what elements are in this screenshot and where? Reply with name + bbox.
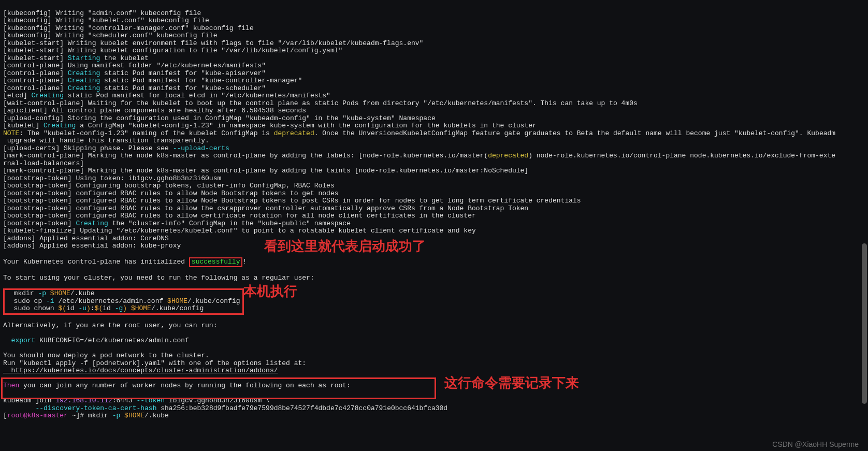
log-line: [control-plane] Creating static Pod mani… — [3, 77, 302, 84]
log-line: [bootstrap-token] configured RBAC rules … — [3, 212, 476, 220]
log-line: [kubelet-start] Writing kubelet environm… — [3, 39, 423, 47]
watermark: CSDN @XiaoHH Superme — [772, 441, 859, 448]
log-line: [kubeconfig] Writing "admin.conf" kubeco… — [3, 9, 201, 17]
annotation-local-exec: 本机执行 — [243, 287, 297, 295]
log-line: [bootstrap-token] configured RBAC rules … — [3, 197, 581, 205]
log-line: [bootstrap-token] Using token: ib1gcv.gg… — [3, 174, 221, 182]
log-line: [upload-config] Storing the configuratio… — [3, 114, 436, 122]
commands-box: mkdir -p $HOME/.kube sudo cp -i /etc/kub… — [3, 288, 244, 315]
annotation-success: 看到这里就代表启动成功了 — [264, 242, 426, 250]
log-line: [mark-control-plane] Marking the node k8… — [3, 167, 528, 174]
instruction-line: To start using your cluster, you need to… — [3, 274, 314, 282]
instruction-line: Alternatively, if you are the root user,… — [3, 322, 217, 329]
terminal-output: [kubeconfig] Writing "admin.conf" kubeco… — [3, 2, 865, 420]
log-line: rnal-load-balancers] — [3, 159, 84, 167]
instruction-line: Run "kubectl apply -f [podnetwork].yaml"… — [3, 359, 306, 367]
log-line: [kubeconfig] Writing "scheduler.conf" ku… — [3, 32, 217, 39]
log-line: [mark-control-plane] Marking the node k8… — [3, 152, 835, 159]
log-line: [control-plane] Using manifest folder "/… — [3, 62, 266, 69]
join-command: --discovery-token-ca-cert-hash sha256:be… — [3, 404, 447, 412]
join-command: kubeadm join 192.168.10.112:6443 --token… — [3, 397, 270, 404]
log-line: [kubeconfig] Writing "kubelet.conf" kube… — [3, 17, 209, 24]
log-line: [kubelet] Creating a ConfigMap "kubelet-… — [3, 122, 537, 129]
log-line: [addons] Applied essential addon: CoreDN… — [3, 235, 169, 242]
prompt-line[interactable]: [root@k8s-master ~]# mkdir -p $HOME/.kub… — [3, 412, 169, 419]
log-line: [kubeconfig] Writing "controller-manager… — [3, 24, 254, 32]
command-line: export KUBECONFIG=/etc/kubernetes/admin.… — [3, 337, 189, 344]
log-line: [control-plane] Creating static Pod mani… — [3, 69, 266, 77]
annotation-record-command: 这行命令需要记录下来 — [444, 379, 579, 387]
log-line: [bootstrap-token] Creating the "cluster-… — [3, 220, 351, 227]
log-line: [addons] Applied essential addon: kube-p… — [3, 242, 181, 250]
log-line: [bootstrap-token] configured RBAC rules … — [3, 190, 339, 197]
log-line: [control-plane] Creating static Pod mani… — [3, 84, 266, 92]
instruction-line: Then you can join any number of worker n… — [3, 382, 351, 389]
log-line: [kubelet-start] Starting the kubelet — [3, 54, 149, 62]
log-line: [bootstrap-token] configured RBAC rules … — [3, 205, 528, 212]
log-line: [wait-control-plane] Waiting for the kub… — [3, 99, 638, 107]
log-line: NOTE: The "kubelet-config-1.23" naming o… — [3, 129, 835, 137]
log-line: [kubelet-start] Writing kubelet configur… — [3, 47, 342, 54]
log-line: [kubelet-finalize] Updating "/etc/kubern… — [3, 227, 476, 235]
log-line: upgrade will handle this transition tran… — [3, 137, 209, 144]
log-line: [upload-certs] Skipping phase. Please se… — [3, 144, 229, 152]
log-line: [bootstrap-token] Configuring bootstrap … — [3, 182, 335, 190]
instruction-line: You should now deploy a pod network to t… — [3, 352, 209, 359]
link-line[interactable]: https://kubernetes.io/docs/concepts/clus… — [3, 367, 278, 374]
scrollbar-thumb[interactable] — [862, 243, 867, 404]
log-line: [etcd] Creating static Pod manifest for … — [3, 92, 330, 99]
log-line: [apiclient] All control plane components… — [3, 107, 306, 114]
scrollbar[interactable] — [861, 0, 867, 451]
success-line: Your Kubernetes control-plane has initia… — [3, 258, 247, 266]
